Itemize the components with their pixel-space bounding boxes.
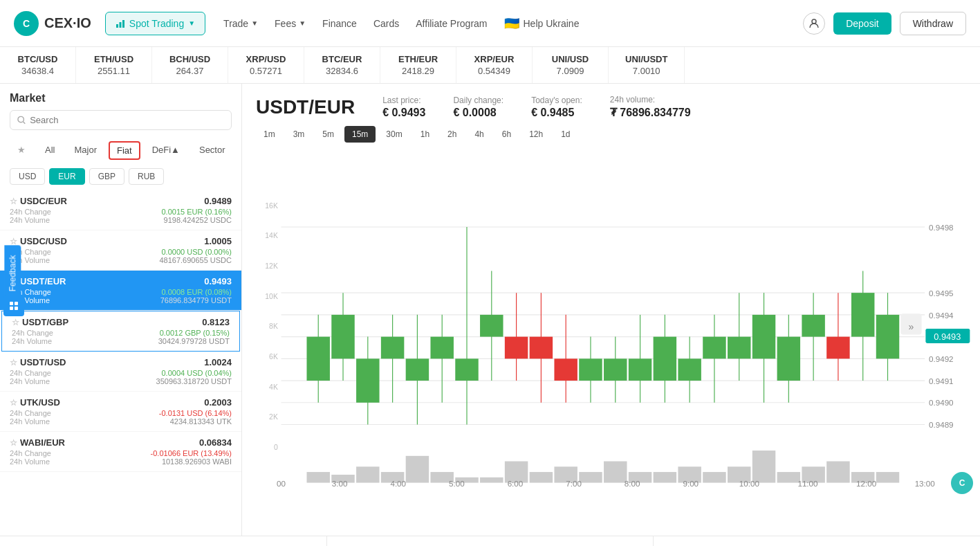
tab-market[interactable]: Market: [327, 536, 654, 546]
svg-text:0.9492: 0.9492: [929, 354, 954, 363]
logo-text: CEX·IO: [44, 15, 91, 31]
deposit-button[interactable]: Deposit: [833, 12, 891, 35]
time-tabs: 1m3m5m15m30m1h2h4h6h12h1d: [242, 126, 980, 148]
svg-point-3: [812, 19, 816, 24]
star-icon[interactable]: ☆: [10, 438, 17, 448]
svg-text:10K: 10K: [265, 293, 278, 300]
market-item[interactable]: ☆ USDC/USD 1.0005 24h Change 0.0000 USD …: [0, 230, 241, 271]
ticker-item[interactable]: XRP/EUR0.54349: [456, 47, 533, 83]
time-tab-3m[interactable]: 3m: [286, 126, 313, 143]
currency-tab-eur[interactable]: EUR: [49, 168, 84, 185]
svg-rect-33: [430, 337, 453, 359]
svg-rect-79: [530, 472, 553, 483]
filter-tab-[interactable]: ★: [10, 141, 33, 160]
svg-rect-89: [777, 472, 800, 483]
nav-fees[interactable]: Fees ▼: [275, 18, 306, 29]
ticker-item[interactable]: BTC/EUR32834.6: [304, 47, 380, 83]
svg-text:9:00: 9:00: [683, 479, 699, 488]
svg-text:0.9490: 0.9490: [929, 398, 954, 407]
currency-tabs: USDEURGBPRUB: [0, 165, 241, 190]
logo-icon: C: [14, 11, 39, 36]
svg-text:0.9491: 0.9491: [929, 376, 954, 385]
ticker-item[interactable]: BTC/USD34638.4: [0, 47, 76, 83]
time-tab-5m[interactable]: 5m: [315, 126, 342, 143]
nav-finance[interactable]: Finance: [322, 18, 357, 29]
withdraw-button[interactable]: Withdraw: [900, 12, 966, 35]
user-icon[interactable]: [803, 12, 825, 35]
pair-price: 1.0024: [204, 357, 232, 367]
market-item[interactable]: ☆ USDT/USD 1.0024 24h Change 0.0004 USD …: [0, 352, 241, 392]
market-item[interactable]: ☆ WABI/EUR 0.06834 24h Change -0.01066 E…: [0, 432, 241, 472]
market-list: ☆ USDC/EUR 0.9489 24h Change 0.0015 EUR …: [0, 190, 241, 536]
svg-rect-43: [554, 358, 577, 381]
svg-text:0.9494: 0.9494: [929, 311, 954, 320]
filter-tabs: ★AllMajorFiatDeFi▲Sector: [0, 136, 241, 165]
ticker-item[interactable]: XRP/USD0.57271: [228, 47, 304, 83]
tab-limit[interactable]: Limit: [0, 536, 327, 546]
market-item[interactable]: ☆ USDT/GBP 0.8123 24h Change 0.0012 GBP …: [1, 311, 240, 352]
filter-tab-major[interactable]: Major: [66, 141, 104, 160]
svg-line-5: [23, 122, 25, 124]
svg-text:13:00: 13:00: [915, 479, 936, 488]
nav-affiliate[interactable]: Affiliate Program: [416, 18, 487, 29]
star-icon[interactable]: ☆: [12, 318, 19, 327]
svg-text:11:00: 11:00: [797, 479, 818, 488]
svg-rect-121: [10, 307, 13, 310]
market-item[interactable]: ☆ UTK/USD 0.2003 24h Change -0.0131 USD …: [0, 392, 241, 432]
svg-text:0.9495: 0.9495: [929, 289, 954, 298]
pair-price: 0.9489: [204, 196, 232, 206]
currency-tab-gbp[interactable]: GBP: [89, 168, 124, 185]
time-tab-4h[interactable]: 4h: [467, 126, 491, 143]
filter-tab-defi[interactable]: DeFi▲: [145, 141, 187, 160]
svg-rect-70: [306, 472, 329, 483]
time-tab-1d[interactable]: 1d: [553, 126, 577, 143]
ticker-item[interactable]: ETH/EUR2418.29: [380, 47, 456, 83]
pair-label: USDT/GBP: [22, 317, 68, 327]
currency-tab-rub[interactable]: RUB: [129, 168, 164, 185]
pair-label: USDT/EUR: [20, 276, 66, 286]
time-tab-1h[interactable]: 1h: [413, 126, 437, 143]
nav-cards[interactable]: Cards: [373, 18, 399, 29]
tab-margin-trading[interactable]: Margin trading: [654, 536, 980, 546]
time-tab-15m[interactable]: 15m: [344, 126, 376, 143]
search-input[interactable]: [30, 115, 224, 125]
time-tab-12h[interactable]: 12h: [521, 126, 551, 143]
star-icon[interactable]: ☆: [10, 398, 17, 408]
svg-text:0.9498: 0.9498: [929, 223, 954, 232]
time-tab-2h[interactable]: 2h: [440, 126, 464, 143]
ticker-item[interactable]: BCH/USD264.37: [152, 47, 228, 83]
svg-rect-84: [654, 472, 676, 483]
notification-icon[interactable]: [3, 295, 24, 316]
market-item[interactable]: ☆ USDT/EUR 0.9493 24h Change 0.0008 EUR …: [0, 271, 241, 311]
svg-rect-55: [703, 337, 725, 359]
svg-text:16K: 16K: [265, 202, 278, 210]
svg-text:0: 0: [274, 444, 278, 451]
ticker-item[interactable]: ETH/USD2551.11: [76, 47, 152, 83]
filter-tab-all[interactable]: All: [37, 141, 62, 160]
market-item[interactable]: ☆ USDC/EUR 0.9489 24h Change 0.0015 EUR …: [0, 190, 241, 230]
time-tab-6h[interactable]: 6h: [494, 126, 519, 143]
svg-point-4: [18, 116, 24, 122]
svg-rect-120: [15, 302, 18, 305]
nav-help-ukraine[interactable]: 🇺🇦 Help Ukraine: [504, 16, 580, 31]
spot-trading-button[interactable]: Spot Trading ▼: [105, 12, 205, 35]
svg-text:6K: 6K: [269, 353, 278, 361]
svg-rect-53: [678, 358, 701, 381]
star-icon[interactable]: ☆: [10, 237, 17, 246]
svg-rect-35: [455, 358, 478, 381]
star-icon[interactable]: ☆: [10, 358, 17, 367]
filter-tab-sector[interactable]: Sector: [192, 141, 233, 160]
candlestick-chart: 0.94980.94950.94940.94930.94920.94910.94…: [249, 148, 973, 536]
pair-price: 0.06834: [199, 437, 232, 448]
search-box[interactable]: [10, 110, 232, 130]
ticker-item[interactable]: UNI/USD7.0909: [533, 47, 609, 83]
currency-tab-usd[interactable]: USD: [10, 168, 45, 185]
time-tab-1m[interactable]: 1m: [256, 126, 283, 143]
nav-trade[interactable]: Trade ▼: [223, 18, 258, 29]
svg-text:5:00: 5:00: [449, 479, 465, 488]
filter-tab-fiat[interactable]: Fiat: [109, 141, 140, 160]
time-tab-30m[interactable]: 30m: [378, 126, 409, 143]
star-icon[interactable]: ☆: [10, 197, 17, 206]
feedback-tab[interactable]: Feedback: [4, 245, 21, 301]
ticker-item[interactable]: UNI/USDT7.0010: [609, 47, 685, 83]
